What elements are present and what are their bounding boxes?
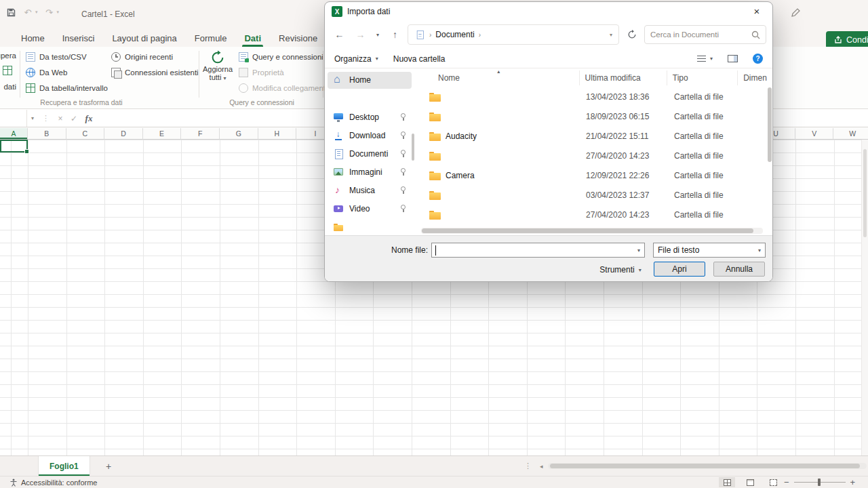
zoom-slider[interactable] [794, 482, 846, 483]
file-type-select[interactable]: File di testo ▾ [653, 243, 766, 258]
insert-function-icon[interactable]: fx [81, 113, 97, 124]
address-dropdown-chevron-icon[interactable]: ▾ [610, 32, 612, 38]
recent-locations-chevron-icon[interactable]: ▾ [373, 26, 382, 43]
file-row[interactable]: 03/04/2023 12:37 Cartella di file [421, 185, 767, 205]
ribbon-tab[interactable]: Dati [235, 30, 270, 47]
redo-icon[interactable]: ↷ [44, 7, 55, 18]
column-header-modified[interactable]: Ultima modifica [580, 70, 667, 85]
file-row[interactable]: 18/09/2023 06:15 Cartella di file [421, 106, 767, 126]
tab-bar-resize-handle[interactable]: ⋮ [524, 462, 532, 470]
page-break-view-button[interactable] [765, 477, 781, 487]
ribbon-button[interactable]: Query e connessioni [239, 51, 328, 63]
column-header-type[interactable]: Tipo [667, 70, 738, 85]
redo-menu-chevron-icon[interactable]: ▾ [57, 9, 60, 15]
zoom-in-icon[interactable]: + [850, 477, 856, 487]
column-header-size[interactable]: Dimen [738, 70, 767, 85]
undo-icon[interactable]: ↶ [22, 7, 33, 18]
ribbon-tab[interactable]: Revisione [270, 30, 326, 47]
draw-icon[interactable] [791, 8, 800, 18]
sidebar-item[interactable]: Immagini [328, 164, 412, 181]
new-folder-button[interactable]: Nuova cartella [393, 54, 446, 64]
file-list-horizontal-scrollbar[interactable] [421, 228, 763, 234]
confirm-entry-icon[interactable]: ✓ [67, 114, 81, 123]
sidebar-item[interactable]: Desktop [328, 109, 412, 126]
search-box[interactable] [644, 25, 766, 44]
ribbon-tab[interactable]: Layout di pagina [103, 30, 185, 47]
column-header[interactable]: A [0, 128, 28, 140]
breadcrumb-documents[interactable]: Documenti [435, 30, 474, 39]
preview-pane-button[interactable] [728, 55, 738, 62]
filename-input[interactable] [432, 243, 633, 257]
sheet-tab[interactable]: Foglio1 [38, 456, 90, 476]
file-row[interactable]: Camera 12/09/2021 22:26 Cartella di file [421, 165, 767, 185]
open-button[interactable]: Apri [654, 262, 705, 277]
chevron-down-icon[interactable]: ▾ [633, 247, 644, 253]
column-header[interactable]: G [220, 128, 258, 140]
column-header[interactable]: V [795, 128, 834, 140]
ribbon-tab[interactable]: Inserisci [54, 30, 104, 47]
cancel-entry-icon[interactable]: × [54, 114, 67, 123]
column-header[interactable]: B [28, 128, 66, 140]
refresh-button[interactable] [623, 26, 640, 43]
ribbon-button[interactable]: Proprietà [239, 66, 328, 79]
zoom-out-icon[interactable]: − [784, 477, 789, 487]
worksheet-horizontal-scrollbar[interactable] [548, 463, 867, 469]
ribbon-button[interactable]: Origini recenti [111, 51, 199, 63]
formula-bar-handle[interactable]: ⋮ [38, 114, 54, 123]
up-button[interactable]: ↑ [387, 26, 403, 43]
ribbon-button[interactable]: Connessioni esistenti [111, 66, 199, 79]
ribbon-button[interactable]: Modifica collegamenti [239, 82, 328, 94]
accessibility-status[interactable]: Accessibilità: conforme [21, 479, 98, 487]
column-header[interactable]: H [258, 128, 297, 140]
scroll-left-icon[interactable]: ◂ [540, 463, 543, 470]
sidebar-item[interactable]: Home [328, 72, 412, 89]
file-row[interactable]: Audacity 21/04/2022 15:11 Cartella di fi… [421, 126, 767, 146]
tools-button[interactable]: Strumenti▾ [595, 263, 646, 277]
back-button[interactable]: ← [331, 26, 348, 43]
forward-button[interactable]: → [352, 26, 369, 43]
view-mode-button[interactable]: ▾ [697, 56, 713, 62]
ribbon-button[interactable]: Da Web [26, 66, 108, 79]
clipped-ribbon-button[interactable]: dati [0, 83, 16, 91]
refresh-all-button[interactable]: Aggiorna tutti ▾ [202, 50, 233, 81]
save-icon[interactable] [5, 7, 16, 18]
column-header[interactable]: W [833, 128, 868, 140]
name-box[interactable] [0, 110, 27, 127]
normal-view-button[interactable] [719, 477, 735, 487]
filename-combobox[interactable]: ▾ [431, 243, 645, 258]
sidebar-item[interactable]: Documenti [328, 146, 412, 163]
undo-menu-chevron-icon[interactable]: ▾ [35, 9, 38, 15]
sidebar-item[interactable]: Musica [328, 182, 412, 199]
worksheet-vertical-scrollbar[interactable] [861, 140, 868, 455]
ribbon-button[interactable]: Da testo/CSV [26, 51, 108, 63]
organize-button[interactable]: Organizza▾ [334, 54, 378, 64]
column-header-name[interactable]: ▴Nome [421, 70, 580, 85]
file-list-vertical-scrollbar[interactable] [768, 69, 772, 235]
sidebar-item[interactable] [328, 218, 412, 235]
column-header[interactable]: C [66, 128, 105, 140]
clipped-ribbon-button[interactable]: Recupera [0, 52, 16, 60]
column-header[interactable]: F [181, 128, 220, 140]
sidebar-scrollbar[interactable] [412, 134, 414, 161]
ribbon-button[interactable]: Da tabella/intervallo [26, 82, 108, 94]
help-button[interactable]: ? [753, 54, 763, 64]
breadcrumb-chevron-icon[interactable]: › [479, 31, 481, 39]
name-box-chevron-icon[interactable]: ▾ [27, 115, 38, 121]
search-input[interactable] [650, 30, 751, 39]
address-bar[interactable]: › Documenti › ▾ [408, 24, 619, 45]
list-view-icon [697, 56, 706, 62]
ribbon-tab[interactable]: Formule [186, 30, 236, 47]
ribbon-tab[interactable]: Home [12, 30, 54, 47]
file-row[interactable]: 13/04/2023 18:36 Cartella di file [421, 87, 767, 106]
sidebar-item[interactable]: Download [328, 127, 412, 144]
file-row[interactable]: 27/04/2020 14:23 Cartella di file [421, 146, 767, 165]
column-header[interactable]: D [104, 128, 143, 140]
column-header[interactable]: E [143, 128, 182, 140]
page-layout-view-button[interactable] [742, 477, 758, 487]
cancel-button[interactable]: Annulla [713, 262, 765, 277]
selected-cell-a1[interactable] [0, 140, 28, 152]
close-icon[interactable]: × [744, 2, 770, 20]
sidebar-item[interactable]: Video [328, 200, 412, 217]
add-sheet-button[interactable]: + [103, 461, 114, 472]
file-row[interactable]: 27/04/2020 14:23 Cartella di file [421, 205, 767, 224]
